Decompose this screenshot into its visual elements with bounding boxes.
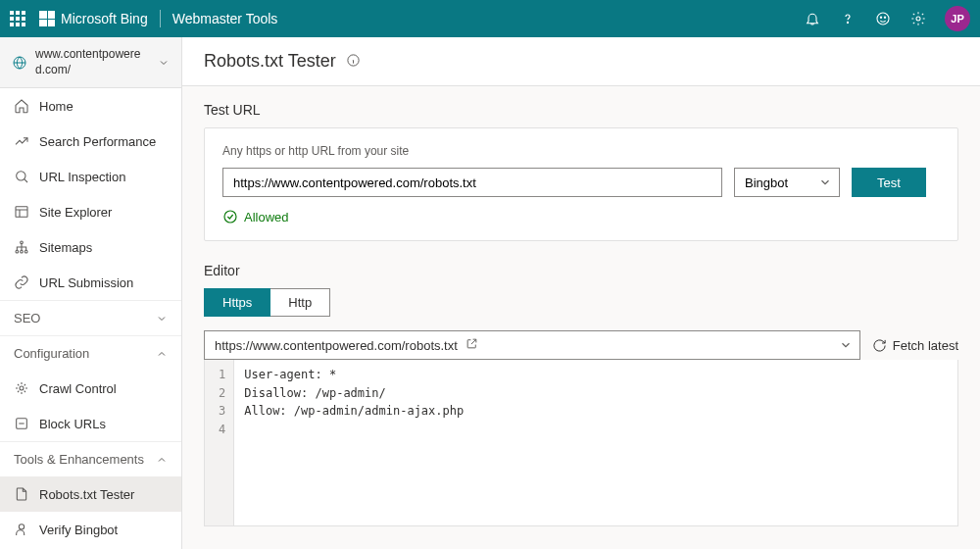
top-bar: Microsoft Bing Webmaster Tools JP: [0, 0, 980, 37]
sidebar-item-sitemaps[interactable]: Sitemaps: [0, 229, 181, 265]
sidebar-item-robots-tester[interactable]: Robots.txt Tester: [0, 476, 181, 512]
site-url: www.contentpowered.com/: [35, 47, 150, 77]
test-url-input[interactable]: [222, 168, 722, 197]
svg-point-4: [916, 17, 920, 21]
sidebar-item-label: Robots.txt Tester: [39, 487, 134, 502]
link-icon: [14, 274, 29, 290]
section-label: Tools & Enhancements: [14, 452, 144, 467]
svg-point-9: [16, 251, 19, 254]
tab-https[interactable]: Https: [204, 288, 270, 317]
sidebar-item-label: URL Submission: [39, 275, 133, 290]
info-icon[interactable]: [346, 53, 361, 71]
svg-point-2: [880, 17, 881, 18]
chevron-down-icon: [156, 313, 168, 324]
sidebar-item-label: Crawl Control: [39, 381, 117, 396]
svg-point-3: [884, 17, 885, 18]
svg-point-1: [877, 13, 889, 25]
sidebar-item-verify-bingbot[interactable]: Verify Bingbot: [0, 512, 181, 547]
path-value: https://www.contentpowered.com/robots.tx…: [215, 338, 458, 353]
sidebar-item-label: Block URLs: [39, 417, 106, 431]
test-url-label: Test URL: [204, 102, 958, 118]
tool-title: Webmaster Tools: [172, 11, 278, 26]
sidebar-item-crawl-control[interactable]: Crawl Control: [0, 371, 181, 406]
editor-tabs: Https Http: [204, 288, 958, 317]
svg-point-6: [17, 172, 25, 180]
bot-icon: [14, 522, 29, 537]
home-icon: [14, 98, 29, 114]
file-icon: [14, 486, 29, 502]
sidebar-section-seo[interactable]: SEO: [0, 300, 181, 335]
fetch-label: Fetch latest: [893, 338, 958, 353]
sidebar-item-label: Verify Bingbot: [39, 523, 118, 537]
brand: Microsoft Bing: [39, 11, 148, 26]
check-circle-icon: [222, 209, 238, 225]
code-editor[interactable]: 1234 User-agent: * Disallow: /wp-admin/ …: [204, 360, 958, 526]
sidebar-section-configuration[interactable]: Configuration: [0, 335, 181, 371]
avatar[interactable]: JP: [945, 6, 970, 31]
main-content: Robots.txt Tester Test URL Any https or …: [182, 37, 980, 549]
crawl-icon: [14, 380, 29, 396]
brand-label: Microsoft Bing: [61, 11, 148, 26]
sidebar-item-search-performance[interactable]: Search Performance: [0, 124, 181, 159]
fetch-latest-button[interactable]: Fetch latest: [872, 338, 958, 353]
section-label: Configuration: [14, 346, 89, 361]
divider: [160, 10, 161, 27]
sidebar-item-label: Sitemaps: [39, 240, 92, 255]
test-card: Any https or http URL from your site Bin…: [204, 127, 958, 241]
code-content[interactable]: User-agent: * Disallow: /wp-admin/ Allow…: [234, 360, 957, 525]
sitemap-icon: [14, 239, 29, 255]
sidebar-section-tools[interactable]: Tools & Enhancements: [0, 441, 181, 476]
sidebar-item-site-explorer[interactable]: Site Explorer: [0, 194, 181, 229]
feedback-icon[interactable]: [874, 10, 892, 27]
sidebar-item-label: Home: [39, 99, 74, 114]
search-icon: [14, 169, 29, 184]
svg-point-12: [20, 386, 24, 390]
layout-icon: [14, 204, 29, 220]
bot-select[interactable]: Bingbot: [734, 168, 840, 197]
sidebar: www.contentpowered.com/ Home Search Perf…: [0, 37, 182, 549]
status-text: Allowed: [244, 210, 289, 225]
sidebar-item-url-inspection[interactable]: URL Inspection: [0, 159, 181, 194]
sidebar-item-url-submission[interactable]: URL Submission: [0, 265, 181, 300]
svg-point-11: [24, 251, 27, 254]
trend-icon: [14, 133, 29, 149]
test-status: Allowed: [222, 209, 940, 225]
test-hint: Any https or http URL from your site: [222, 144, 940, 158]
sidebar-item-block-urls[interactable]: Block URLs: [0, 406, 181, 441]
external-link-icon[interactable]: [466, 337, 478, 353]
app-launcher-icon[interactable]: [10, 11, 25, 26]
svg-point-10: [21, 251, 24, 254]
gear-icon[interactable]: [909, 10, 927, 27]
microsoft-logo-icon: [39, 11, 55, 26]
editor-label: Editor: [204, 263, 958, 278]
svg-point-16: [224, 211, 236, 223]
chevron-up-icon: [156, 348, 168, 360]
sidebar-item-label: Search Performance: [39, 134, 156, 149]
sidebar-item-label: URL Inspection: [39, 170, 125, 184]
sidebar-item-home[interactable]: Home: [0, 88, 181, 124]
section-label: SEO: [14, 311, 40, 325]
line-gutter: 1234: [205, 360, 234, 525]
test-button[interactable]: Test: [852, 168, 926, 197]
chevron-down-icon: [158, 57, 170, 69]
robots-path-select[interactable]: https://www.contentpowered.com/robots.tx…: [204, 330, 860, 360]
svg-point-14: [19, 524, 24, 529]
page-title: Robots.txt Tester: [204, 51, 336, 72]
chevron-up-icon: [156, 454, 168, 466]
tab-http[interactable]: Http: [270, 288, 330, 317]
globe-icon: [12, 55, 27, 71]
bell-icon[interactable]: [804, 10, 821, 27]
refresh-icon: [872, 338, 887, 353]
site-selector[interactable]: www.contentpowered.com/: [0, 37, 181, 88]
svg-rect-7: [16, 207, 27, 218]
block-icon: [14, 416, 29, 431]
sidebar-item-label: Site Explorer: [39, 205, 112, 220]
page-header: Robots.txt Tester: [182, 37, 980, 86]
svg-point-0: [847, 22, 848, 23]
help-icon[interactable]: [839, 10, 857, 27]
svg-point-8: [21, 241, 24, 244]
